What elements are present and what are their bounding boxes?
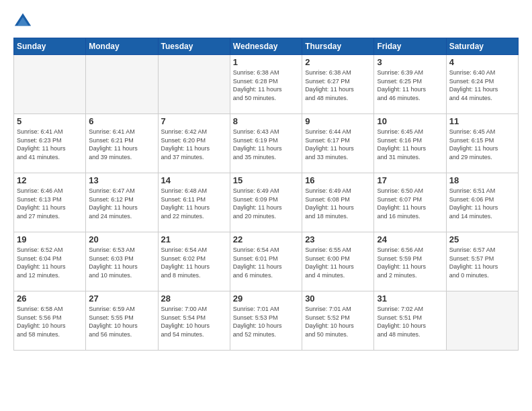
day-cell xyxy=(86,55,158,114)
day-number: 22 xyxy=(233,234,299,244)
day-cell: 25Sunrise: 6:57 AM Sunset: 5:57 PM Dayli… xyxy=(446,232,518,291)
weekday-header-row: SundayMondayTuesdayWednesdayThursdayFrid… xyxy=(14,38,519,55)
day-cell: 30Sunrise: 7:01 AM Sunset: 5:52 PM Dayli… xyxy=(302,291,374,351)
day-number: 29 xyxy=(233,293,299,304)
day-info: Sunrise: 6:44 AM Sunset: 6:17 PM Dayligh… xyxy=(305,128,371,161)
weekday-header-saturday: Saturday xyxy=(446,38,518,55)
weekday-header-wednesday: Wednesday xyxy=(230,38,302,55)
day-info: Sunrise: 6:53 AM Sunset: 6:03 PM Dayligh… xyxy=(89,246,154,279)
day-info: Sunrise: 6:38 AM Sunset: 6:27 PM Dayligh… xyxy=(305,68,371,102)
day-cell: 17Sunrise: 6:50 AM Sunset: 6:07 PM Dayli… xyxy=(374,173,446,232)
day-cell: 5Sunrise: 6:41 AM Sunset: 6:23 PM Daylig… xyxy=(14,114,86,173)
day-cell: 27Sunrise: 6:59 AM Sunset: 5:55 PM Dayli… xyxy=(86,291,158,351)
day-cell: 3Sunrise: 6:39 AM Sunset: 6:25 PM Daylig… xyxy=(374,55,446,114)
day-info: Sunrise: 6:39 AM Sunset: 6:25 PM Dayligh… xyxy=(377,68,443,102)
day-info: Sunrise: 6:56 AM Sunset: 5:59 PM Dayligh… xyxy=(377,246,443,279)
day-number: 13 xyxy=(89,175,154,185)
day-info: Sunrise: 7:01 AM Sunset: 5:53 PM Dayligh… xyxy=(233,305,299,338)
week-row-1: 1Sunrise: 6:38 AM Sunset: 6:28 PM Daylig… xyxy=(14,55,519,114)
day-info: Sunrise: 6:41 AM Sunset: 6:23 PM Dayligh… xyxy=(17,128,83,161)
day-info: Sunrise: 7:02 AM Sunset: 5:51 PM Dayligh… xyxy=(377,305,443,338)
day-number: 12 xyxy=(17,175,83,185)
day-number: 10 xyxy=(377,116,443,126)
calendar-table: SundayMondayTuesdayWednesdayThursdayFrid… xyxy=(13,38,519,351)
day-number: 15 xyxy=(233,175,299,185)
day-cell: 1Sunrise: 6:38 AM Sunset: 6:28 PM Daylig… xyxy=(230,55,302,114)
week-row-3: 12Sunrise: 6:46 AM Sunset: 6:13 PM Dayli… xyxy=(14,173,519,232)
day-cell: 22Sunrise: 6:54 AM Sunset: 6:01 PM Dayli… xyxy=(230,232,302,291)
day-cell: 29Sunrise: 7:01 AM Sunset: 5:53 PM Dayli… xyxy=(230,291,302,351)
day-info: Sunrise: 6:57 AM Sunset: 5:57 PM Dayligh… xyxy=(449,246,515,279)
day-number: 2 xyxy=(305,57,371,67)
day-number: 30 xyxy=(305,293,371,304)
day-cell: 8Sunrise: 6:43 AM Sunset: 6:19 PM Daylig… xyxy=(230,114,302,173)
week-row-4: 19Sunrise: 6:52 AM Sunset: 6:04 PM Dayli… xyxy=(14,232,519,291)
day-cell: 18Sunrise: 6:51 AM Sunset: 6:06 PM Dayli… xyxy=(446,173,518,232)
day-cell xyxy=(446,291,518,351)
day-number: 23 xyxy=(305,234,371,244)
day-cell: 28Sunrise: 7:00 AM Sunset: 5:54 PM Dayli… xyxy=(158,291,230,351)
weekday-header-friday: Friday xyxy=(374,38,446,55)
logo xyxy=(13,12,35,31)
day-cell: 21Sunrise: 6:54 AM Sunset: 6:02 PM Dayli… xyxy=(158,232,230,291)
day-info: Sunrise: 6:58 AM Sunset: 5:56 PM Dayligh… xyxy=(17,305,83,338)
day-info: Sunrise: 6:41 AM Sunset: 6:21 PM Dayligh… xyxy=(89,128,154,161)
day-cell: 31Sunrise: 7:02 AM Sunset: 5:51 PM Dayli… xyxy=(374,291,446,351)
day-cell: 13Sunrise: 6:47 AM Sunset: 6:12 PM Dayli… xyxy=(86,173,158,232)
day-info: Sunrise: 7:01 AM Sunset: 5:52 PM Dayligh… xyxy=(305,305,371,338)
day-number: 14 xyxy=(161,175,227,185)
day-number: 11 xyxy=(449,116,515,126)
day-cell: 7Sunrise: 6:42 AM Sunset: 6:20 PM Daylig… xyxy=(158,114,230,173)
day-cell xyxy=(14,55,86,114)
day-info: Sunrise: 6:40 AM Sunset: 6:24 PM Dayligh… xyxy=(449,68,515,102)
day-info: Sunrise: 6:59 AM Sunset: 5:55 PM Dayligh… xyxy=(89,305,154,338)
day-cell: 15Sunrise: 6:49 AM Sunset: 6:09 PM Dayli… xyxy=(230,173,302,232)
day-cell xyxy=(158,55,230,114)
day-cell: 12Sunrise: 6:46 AM Sunset: 6:13 PM Dayli… xyxy=(14,173,86,232)
weekday-header-monday: Monday xyxy=(86,38,158,55)
day-cell: 26Sunrise: 6:58 AM Sunset: 5:56 PM Dayli… xyxy=(14,291,86,351)
day-number: 27 xyxy=(89,293,154,304)
day-info: Sunrise: 6:52 AM Sunset: 6:04 PM Dayligh… xyxy=(17,246,83,279)
day-cell: 20Sunrise: 6:53 AM Sunset: 6:03 PM Dayli… xyxy=(86,232,158,291)
day-info: Sunrise: 6:48 AM Sunset: 6:11 PM Dayligh… xyxy=(161,187,227,220)
week-row-2: 5Sunrise: 6:41 AM Sunset: 6:23 PM Daylig… xyxy=(14,114,519,173)
day-cell: 23Sunrise: 6:55 AM Sunset: 6:00 PM Dayli… xyxy=(302,232,374,291)
day-cell: 19Sunrise: 6:52 AM Sunset: 6:04 PM Dayli… xyxy=(14,232,86,291)
day-info: Sunrise: 6:51 AM Sunset: 6:06 PM Dayligh… xyxy=(449,187,515,220)
day-info: Sunrise: 6:42 AM Sunset: 6:20 PM Dayligh… xyxy=(161,128,227,161)
day-info: Sunrise: 6:43 AM Sunset: 6:19 PM Dayligh… xyxy=(233,128,299,161)
day-cell: 16Sunrise: 6:49 AM Sunset: 6:08 PM Dayli… xyxy=(302,173,374,232)
day-number: 9 xyxy=(305,116,371,126)
day-number: 1 xyxy=(233,57,299,67)
day-number: 21 xyxy=(161,234,227,244)
day-number: 31 xyxy=(377,293,443,304)
logo-icon xyxy=(13,12,32,31)
day-info: Sunrise: 7:00 AM Sunset: 5:54 PM Dayligh… xyxy=(161,305,227,338)
day-info: Sunrise: 6:54 AM Sunset: 6:02 PM Dayligh… xyxy=(161,246,227,279)
day-info: Sunrise: 6:54 AM Sunset: 6:01 PM Dayligh… xyxy=(233,246,299,279)
day-number: 25 xyxy=(449,234,515,244)
day-cell: 9Sunrise: 6:44 AM Sunset: 6:17 PM Daylig… xyxy=(302,114,374,173)
weekday-header-sunday: Sunday xyxy=(14,38,86,55)
page: SundayMondayTuesdayWednesdayThursdayFrid… xyxy=(0,0,532,411)
day-info: Sunrise: 6:55 AM Sunset: 6:00 PM Dayligh… xyxy=(305,246,371,279)
day-number: 4 xyxy=(449,57,515,67)
day-number: 6 xyxy=(89,116,154,126)
day-cell: 24Sunrise: 6:56 AM Sunset: 5:59 PM Dayli… xyxy=(374,232,446,291)
day-cell: 11Sunrise: 6:45 AM Sunset: 6:15 PM Dayli… xyxy=(446,114,518,173)
day-number: 16 xyxy=(305,175,371,185)
day-number: 20 xyxy=(89,234,154,244)
day-number: 3 xyxy=(377,57,443,67)
day-info: Sunrise: 6:38 AM Sunset: 6:28 PM Dayligh… xyxy=(233,68,299,102)
day-info: Sunrise: 6:49 AM Sunset: 6:08 PM Dayligh… xyxy=(305,187,371,220)
day-number: 28 xyxy=(161,293,227,304)
day-cell: 14Sunrise: 6:48 AM Sunset: 6:11 PM Dayli… xyxy=(158,173,230,232)
day-cell: 4Sunrise: 6:40 AM Sunset: 6:24 PM Daylig… xyxy=(446,55,518,114)
day-info: Sunrise: 6:45 AM Sunset: 6:15 PM Dayligh… xyxy=(449,128,515,161)
weekday-header-tuesday: Tuesday xyxy=(158,38,230,55)
day-info: Sunrise: 6:47 AM Sunset: 6:12 PM Dayligh… xyxy=(89,187,154,220)
day-cell: 10Sunrise: 6:45 AM Sunset: 6:16 PM Dayli… xyxy=(374,114,446,173)
day-number: 5 xyxy=(17,116,83,126)
day-number: 17 xyxy=(377,175,443,185)
